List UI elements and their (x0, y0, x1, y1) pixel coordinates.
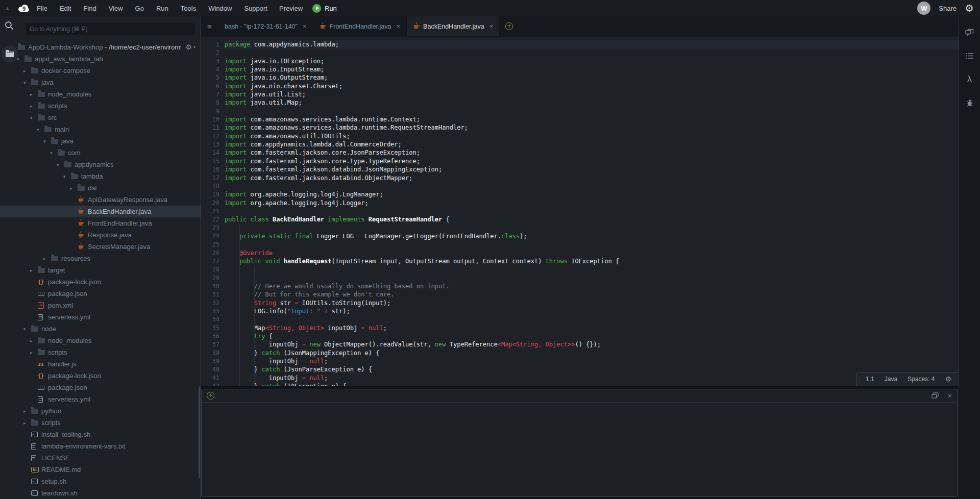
tree-item-setup.sh[interactable]: >_setup.sh (0, 476, 201, 487)
code-area[interactable]: package com.appdynamics.lambda;import ja… (219, 37, 959, 386)
menu-support[interactable]: Support (244, 5, 267, 12)
tab-FrontEndHandler.java[interactable]: FrontEndHandler.java× (313, 16, 407, 36)
close-icon[interactable]: × (397, 22, 401, 30)
indent-setting[interactable]: Spaces: 4 (908, 376, 935, 383)
chevron-right-icon[interactable]: ▸ (30, 104, 38, 109)
collapse-menubar-icon[interactable]: ▲ (5, 6, 14, 11)
menu-go[interactable]: Go (135, 5, 144, 12)
tree-item-node_modules[interactable]: ▸node_modules (0, 335, 201, 346)
chevron-right-icon[interactable]: ▸ (23, 409, 31, 414)
tab-bash - "ip-172-31-61-140"[interactable]: bash - "ip-172-31-61-140"× (218, 16, 313, 36)
gear-icon[interactable]: ⚙ (945, 375, 951, 383)
chevron-down-icon[interactable]: ▾ (23, 80, 31, 85)
tree-item-resources[interactable]: ▸resources (0, 253, 201, 264)
search-icon[interactable] (4, 20, 14, 33)
chevron-down-icon[interactable]: ▾ (63, 174, 71, 179)
restore-panel-icon[interactable] (932, 391, 939, 401)
tree-item-FrontEndHandler.java[interactable]: FrontEndHandler.java (0, 217, 201, 229)
tree-item-scripts[interactable]: ▸scripts (0, 417, 201, 429)
chevron-down-icon[interactable]: ▾ (17, 57, 24, 62)
chevron-right-icon[interactable]: ▸ (70, 186, 78, 191)
menu-edit[interactable]: Edit (60, 5, 71, 12)
chevron-down-icon[interactable]: ▾ (43, 139, 51, 144)
share-button[interactable]: Share (939, 5, 957, 12)
tree-item-pom.xml[interactable]: ‹›pom.xml (0, 300, 201, 311)
tree-item-com[interactable]: ▾com (0, 147, 201, 159)
tree-item-AppD-Lambda-Workshop[interactable]: ▾AppD-Lambda-Workshop - /home/ec2-user/e… (0, 41, 201, 53)
tree-item-teardown.sh[interactable]: >_teardown.sh (0, 487, 201, 499)
chevron-right-icon[interactable]: ▸ (23, 420, 31, 426)
tab-BackEndHandler.java[interactable]: BackEndHandler.java× (407, 16, 500, 36)
tree-item-serverless.yml[interactable]: serverless.yml (0, 393, 201, 405)
tree-item-java[interactable]: ▾java (0, 77, 201, 88)
chevron-right-icon[interactable]: ▸ (30, 92, 38, 97)
tree-item-README.md[interactable]: M↓README.md (0, 464, 201, 476)
tree-item-Response.java[interactable]: Response.java (0, 229, 201, 241)
chevron-right-icon[interactable]: ▸ (43, 256, 51, 261)
chevron-down-icon[interactable]: ▾ (50, 151, 58, 156)
menu-tools[interactable]: Tools (181, 5, 196, 12)
tree-item-src[interactable]: ▾src (0, 112, 201, 123)
chevron-down-icon[interactable]: ▾ (193, 45, 195, 49)
menu-file[interactable]: File (37, 5, 47, 12)
chevron-down-icon[interactable]: ▾ (30, 115, 38, 120)
tree-item-SecretsManager.java[interactable]: SecretsManager.java (0, 241, 201, 253)
tree-item-package.json[interactable]: package.json (0, 382, 201, 393)
cursor-position[interactable]: 1:1 (866, 376, 874, 383)
menu-find[interactable]: Find (83, 5, 96, 12)
tree-item-dal[interactable]: ▸dal (0, 182, 201, 194)
avatar[interactable]: W (917, 2, 930, 15)
tree-item-python[interactable]: ▸python (0, 405, 201, 417)
gear-icon[interactable]: ⚙ (185, 43, 192, 51)
chevron-right-icon[interactable]: ▸ (23, 68, 31, 73)
tree-item-node_modules[interactable]: ▸node_modules (0, 88, 201, 100)
chevron-right-icon[interactable]: ▸ (30, 338, 38, 343)
chevron-down-icon[interactable]: ▾ (37, 127, 44, 132)
goto-anything-input[interactable] (26, 23, 195, 35)
menu-window[interactable]: Window (208, 5, 232, 12)
tree-item-java[interactable]: ▾java (0, 135, 201, 147)
chevron-down-icon[interactable]: ▾ (57, 162, 64, 167)
preview-button[interactable]: Preview (279, 5, 303, 12)
close-icon[interactable]: × (489, 22, 494, 30)
gear-icon[interactable]: ⚙ (965, 2, 974, 14)
run-button[interactable]: Run (312, 4, 337, 13)
tree-item-scripts[interactable]: ▸scripts (0, 100, 201, 112)
menu-run[interactable]: Run (156, 5, 168, 12)
outline-icon[interactable] (959, 48, 980, 63)
tree-item-package.json[interactable]: package.json (0, 288, 201, 300)
tree-item-LICENSE[interactable]: LICENSE (0, 452, 201, 464)
file-tree-panel-button[interactable] (1, 45, 18, 63)
tree-item-appd_aws_lambda_lab[interactable]: ▾appd_aws_lambda_lab (0, 53, 201, 65)
chevron-right-icon[interactable]: ▸ (30, 268, 38, 273)
tree-item-target[interactable]: ▸target (0, 264, 201, 276)
tree-item-node[interactable]: ▾node (0, 323, 201, 335)
tree-item-main[interactable]: ▾main (0, 123, 201, 135)
debugger-bug-icon[interactable] (959, 95, 980, 110)
cloud9-logo-icon[interactable]: 9 (17, 4, 31, 13)
tree-item-serverless.yml[interactable]: serverless.yml (0, 311, 201, 323)
tree-item-docker-compose[interactable]: ▸docker-compose (0, 65, 201, 77)
tree-item-lambda-environment-vars.txt[interactable]: lambda-environment-vars.txt (0, 440, 201, 452)
tree-item-BackEndHandler.java[interactable]: BackEndHandler.java (0, 206, 201, 217)
language-mode[interactable]: Java (885, 376, 897, 383)
tree-item-lambda[interactable]: ▾lambda (0, 170, 201, 182)
tree-item-package-lock.json[interactable]: {}package-lock.json (0, 370, 201, 382)
tree-item-appdynamics[interactable]: ▾appdynamics (0, 159, 201, 170)
close-panel-icon[interactable]: × (948, 392, 952, 400)
aws-lambda-icon[interactable]: λ (959, 71, 980, 87)
tab-list-menu-icon[interactable]: ≡ (201, 16, 218, 36)
tree-item-package-lock.json[interactable]: {}package-lock.json (0, 276, 201, 288)
tree-item-handler.js[interactable]: JShandler.js (0, 358, 201, 370)
menu-view[interactable]: View (109, 5, 123, 12)
close-icon[interactable]: × (303, 22, 307, 30)
tree-item-scripts[interactable]: ▸scripts (0, 346, 201, 358)
console-body[interactable] (202, 403, 957, 496)
new-tab-button[interactable]: + (505, 22, 513, 30)
sidebar-scrollbar[interactable] (199, 386, 200, 478)
tree-item-install_tooling.sh[interactable]: >_install_tooling.sh (0, 429, 201, 440)
add-console-tab-button[interactable]: + (207, 392, 214, 400)
collaborate-icon[interactable] (959, 24, 980, 40)
chevron-down-icon[interactable]: ▾ (23, 327, 31, 332)
chevron-right-icon[interactable]: ▸ (30, 350, 38, 355)
